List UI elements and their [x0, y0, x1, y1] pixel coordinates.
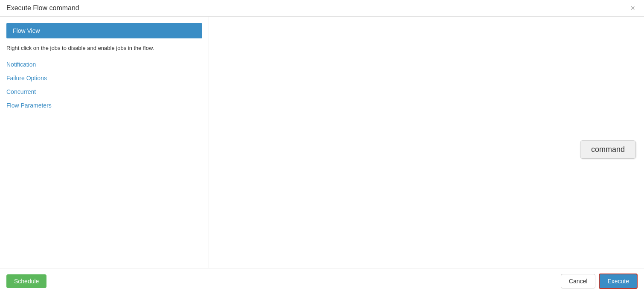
sidebar-item-concurrent[interactable]: Concurrent	[0, 85, 209, 99]
modal-header: Execute Flow command ×	[0, 0, 644, 17]
main-content: command	[209, 17, 644, 268]
execute-button[interactable]: Execute	[599, 274, 638, 289]
sidebar-item-flow-parameters[interactable]: Flow Parameters	[0, 99, 209, 112]
schedule-button[interactable]: Schedule	[6, 274, 46, 288]
close-button[interactable]: ×	[628, 3, 638, 13]
modal-title: Execute Flow command	[6, 4, 79, 12]
sidebar: Flow View Right click on the jobs to dis…	[0, 17, 209, 268]
modal-body: Flow View Right click on the jobs to dis…	[0, 17, 644, 268]
footer-right: Cancel Execute	[561, 274, 638, 289]
sidebar-item-failure-options[interactable]: Failure Options	[0, 71, 209, 85]
sidebar-item-notification[interactable]: Notification	[0, 58, 209, 71]
modal-overlay: Execute Flow command × Flow View Right c…	[0, 0, 644, 294]
modal-footer: Schedule Cancel Execute	[0, 268, 644, 294]
command-node: command	[580, 140, 636, 159]
cancel-button[interactable]: Cancel	[561, 274, 596, 288]
footer-left: Schedule	[6, 274, 46, 288]
hint-text: Right click on the jobs to disable and e…	[0, 45, 209, 58]
modal: Execute Flow command × Flow View Right c…	[0, 0, 644, 294]
flow-view-button[interactable]: Flow View	[6, 23, 202, 38]
